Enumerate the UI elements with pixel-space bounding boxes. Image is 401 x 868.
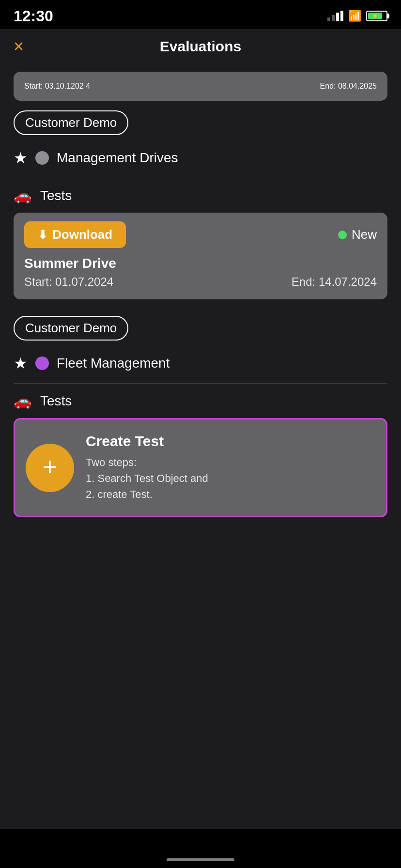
status-dot-purple [35, 356, 49, 370]
new-dot [338, 231, 347, 239]
section2-driver-row: ★ Fleet Management [14, 348, 387, 378]
section1-driver-label: Management Drives [57, 150, 178, 166]
section1-tag[interactable]: Customer Demo [14, 110, 128, 135]
star-icon: ★ [14, 149, 28, 167]
bottom-area [0, 829, 401, 868]
plus-circle: + [26, 444, 74, 492]
section1-tests-label: Tests [40, 188, 72, 203]
section2-tests-label: Tests [40, 393, 72, 409]
create-test-card[interactable]: + Create Test Two steps: 1. Search Test … [14, 418, 387, 517]
new-label: New [352, 227, 377, 242]
section1-driver-row: ★ Management Drives [14, 143, 387, 173]
section2-tag[interactable]: Customer Demo [14, 316, 128, 341]
create-test-text: Create Test Two steps: 1. Search Test Ob… [86, 433, 375, 502]
create-test-step1: Two steps: [86, 456, 137, 468]
battery-icon: ⚡ [366, 11, 387, 21]
create-test-step2: 1. Search Test Object and [86, 472, 208, 484]
new-badge: New [338, 227, 377, 242]
signal-icon [327, 11, 343, 21]
partial-card: Start: 03.10.1202 4 End: 08.04.2025 [14, 72, 387, 101]
partial-start-date: Start: 03.10.1202 4 [24, 82, 90, 91]
test-start-date: Start: 01.07.2024 [24, 275, 113, 289]
status-dot-gray [35, 151, 49, 165]
home-indicator [167, 858, 234, 861]
plus-icon: + [43, 454, 57, 480]
car-icon2: 🚗 [14, 392, 31, 409]
wifi-icon: 📶 [348, 10, 361, 22]
create-test-description: Two steps: 1. Search Test Object and 2. … [86, 454, 375, 502]
test-end-date: End: 14.07.2024 [292, 275, 377, 289]
car-icon1: 🚗 [14, 187, 31, 204]
download-button[interactable]: ⬇ Download [24, 221, 126, 248]
evaluations-content: × Evaluations Start: 03.10.1202 4 End: 0… [0, 29, 401, 829]
test-name: Summer Drive [24, 256, 377, 271]
create-test-step3: 2. create Test. [86, 488, 153, 500]
close-button[interactable]: × [14, 38, 33, 55]
download-icon: ⬇ [38, 228, 47, 242]
section2-driver-label: Fleet Management [57, 356, 170, 371]
test-card-header: ⬇ Download New [24, 221, 377, 248]
status-time: 12:30 [14, 7, 53, 25]
download-label: Download [52, 227, 112, 242]
test-dates: Start: 01.07.2024 End: 14.07.2024 [24, 275, 377, 289]
test-card-summer-drive: ⬇ Download New Summer Drive Start: 01.07… [14, 213, 387, 299]
create-test-title: Create Test [86, 433, 375, 450]
section1-tests-row: 🚗 Tests [0, 178, 401, 213]
star-icon2: ★ [14, 354, 28, 372]
section2: Customer Demo ★ Fleet Management [0, 316, 401, 378]
page-title: Evaluations [160, 38, 241, 55]
status-bar: 12:30 📶 ⚡ [0, 0, 401, 29]
section2-tests-row: 🚗 Tests [0, 384, 401, 418]
section1: Customer Demo ★ Management Drives [0, 110, 401, 173]
header: × Evaluations [0, 29, 401, 64]
status-icons: 📶 ⚡ [327, 10, 387, 22]
partial-end-date: End: 08.04.2025 [320, 82, 377, 91]
